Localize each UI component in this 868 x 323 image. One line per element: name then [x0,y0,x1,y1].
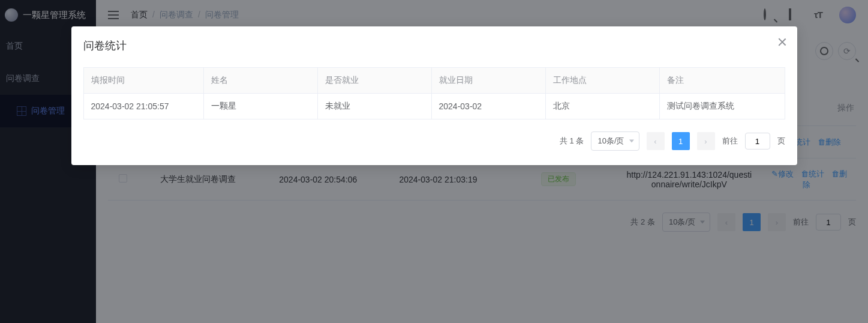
pager-total: 共 1 条 [560,136,584,146]
modal-pagination: 共 1 条 10条/页 ‹ 1 › 前往 页 [83,131,785,151]
cell-date: 2024-03-02 [431,94,545,119]
cell-time: 2024-03-02 21:05:57 [83,94,203,119]
jump-prefix: 前往 [722,136,738,146]
close-icon[interactable] [777,37,786,47]
col-time: 填报时间 [83,68,203,94]
table-header-row: 填报时间 姓名 是否就业 就业日期 工作地点 备注 [83,68,785,94]
col-employed: 是否就业 [317,68,431,94]
prev-page-icon[interactable]: ‹ [647,132,665,150]
page-size-select[interactable]: 10条/页 [591,131,639,151]
stats-modal: 问卷统计 填报时间 姓名 是否就业 就业日期 工作地点 备注 2024-03-0… [71,26,797,165]
col-note: 备注 [659,68,785,94]
cell-employed: 未就业 [317,94,431,119]
cell-name: 一颗星 [203,94,317,119]
cell-place: 北京 [545,94,659,119]
page-number[interactable]: 1 [672,132,690,150]
jump-input[interactable] [745,133,770,149]
modal-title: 问卷统计 [83,38,785,53]
stats-table: 填报时间 姓名 是否就业 就业日期 工作地点 备注 2024-03-02 21:… [83,67,785,119]
cell-note: 测试问卷调查系统 [659,94,785,119]
jump-suffix: 页 [777,136,785,146]
col-name: 姓名 [203,68,317,94]
col-date: 就业日期 [431,68,545,94]
col-place: 工作地点 [545,68,659,94]
table-row: 2024-03-02 21:05:57 一颗星 未就业 2024-03-02 北… [83,94,785,119]
next-page-icon[interactable]: › [697,132,715,150]
